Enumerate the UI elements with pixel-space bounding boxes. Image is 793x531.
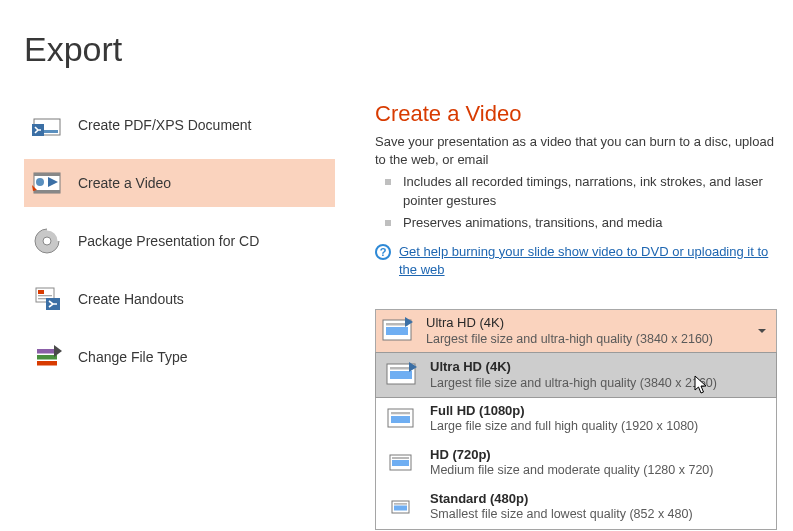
quality-selected-title: Ultra HD (4K) xyxy=(426,315,752,331)
sidebar-item-label: Create Handouts xyxy=(78,291,184,307)
svg-point-10 xyxy=(43,237,51,245)
quality-option-subtitle: Largest file size and ultra-high quality… xyxy=(430,376,717,392)
quality-option-ultra-hd[interactable]: Ultra HD (4K) Largest file size and ultr… xyxy=(375,352,777,398)
page-title: Export xyxy=(0,0,793,89)
svg-rect-13 xyxy=(38,295,52,296)
slide-thumbnail-icon xyxy=(382,317,414,345)
svg-rect-5 xyxy=(34,190,60,193)
video-quality-dropdown: Ultra HD (4K) Largest file size and ultr… xyxy=(375,352,777,530)
svg-rect-25 xyxy=(390,367,412,370)
svg-rect-26 xyxy=(390,371,412,379)
sidebar-item-pdf-xps[interactable]: Create PDF/XPS Document xyxy=(24,101,335,149)
quality-option-hd[interactable]: HD (720p) Medium file size and moderate … xyxy=(376,441,776,485)
video-quality-selector[interactable]: Ultra HD (4K) Largest file size and ultr… xyxy=(375,309,777,353)
export-sidebar: Create PDF/XPS Document Create a Video xyxy=(0,89,335,530)
help-icon: ? xyxy=(375,244,391,260)
quality-option-title: Full HD (1080p) xyxy=(430,403,698,419)
quality-option-title: HD (720p) xyxy=(430,447,713,463)
pdf-xps-icon xyxy=(32,110,62,140)
svg-rect-18 xyxy=(37,361,57,366)
quality-option-subtitle: Smallest file size and lowest quality (8… xyxy=(430,507,693,523)
quality-option-texts: HD (720p) Medium file size and moderate … xyxy=(430,447,713,479)
svg-rect-35 xyxy=(394,503,407,505)
content-description: Save your presentation as a video that y… xyxy=(375,133,777,169)
content-title: Create a Video xyxy=(375,101,777,127)
svg-rect-21 xyxy=(386,323,408,326)
svg-marker-19 xyxy=(54,345,62,357)
slide-thumbnail-icon xyxy=(386,450,418,476)
cd-icon xyxy=(32,226,62,256)
sidebar-item-package-cd[interactable]: Package Presentation for CD xyxy=(24,217,335,265)
svg-rect-12 xyxy=(38,290,44,294)
svg-point-6 xyxy=(36,178,44,186)
bullet-item: Preserves animations, transitions, and m… xyxy=(385,214,777,233)
quality-option-subtitle: Medium file size and moderate quality (1… xyxy=(430,463,713,479)
handouts-icon xyxy=(32,284,62,314)
svg-rect-22 xyxy=(386,327,408,335)
quality-selected-texts: Ultra HD (4K) Largest file size and ultr… xyxy=(426,315,752,347)
create-video-icon xyxy=(32,168,62,198)
svg-rect-30 xyxy=(391,416,410,423)
sidebar-item-label: Change File Type xyxy=(78,349,187,365)
svg-rect-33 xyxy=(392,460,409,466)
quality-option-texts: Full HD (1080p) Large file size and full… xyxy=(430,403,698,435)
chevron-down-icon xyxy=(758,329,766,333)
help-link[interactable]: Get help burning your slide show video t… xyxy=(399,243,777,279)
sidebar-item-label: Package Presentation for CD xyxy=(78,233,259,249)
quality-option-full-hd[interactable]: Full HD (1080p) Large file size and full… xyxy=(376,397,776,441)
quality-option-subtitle: Large file size and full high quality (1… xyxy=(430,419,698,435)
quality-option-title: Ultra HD (4K) xyxy=(430,359,717,375)
quality-option-texts: Standard (480p) Smallest file size and l… xyxy=(430,491,693,523)
change-file-type-icon xyxy=(32,342,62,372)
slide-thumbnail-icon xyxy=(386,362,418,388)
svg-rect-29 xyxy=(391,412,410,414)
quality-option-standard[interactable]: Standard (480p) Smallest file size and l… xyxy=(376,485,776,529)
help-row: ? Get help burning your slide show video… xyxy=(375,243,777,279)
svg-rect-32 xyxy=(392,457,409,459)
content-bullets: Includes all recorded timings, narration… xyxy=(375,173,777,233)
content-pane: Create a Video Save your presentation as… xyxy=(335,89,793,530)
main-area: Create PDF/XPS Document Create a Video xyxy=(0,89,793,530)
sidebar-item-handouts[interactable]: Create Handouts xyxy=(24,275,335,323)
slide-thumbnail-icon xyxy=(386,494,418,520)
svg-rect-4 xyxy=(34,173,60,176)
sidebar-item-change-file-type[interactable]: Change File Type xyxy=(24,333,335,381)
quality-option-texts: Ultra HD (4K) Largest file size and ultr… xyxy=(430,359,717,391)
bullet-item: Includes all recorded timings, narration… xyxy=(385,173,777,211)
sidebar-item-create-video[interactable]: Create a Video xyxy=(24,159,335,207)
sidebar-item-label: Create PDF/XPS Document xyxy=(78,117,252,133)
quality-selected-subtitle: Largest file size and ultra-high quality… xyxy=(426,332,752,348)
sidebar-item-label: Create a Video xyxy=(78,175,171,191)
slide-thumbnail-icon xyxy=(386,406,418,432)
quality-option-title: Standard (480p) xyxy=(430,491,693,507)
svg-rect-36 xyxy=(394,505,407,510)
